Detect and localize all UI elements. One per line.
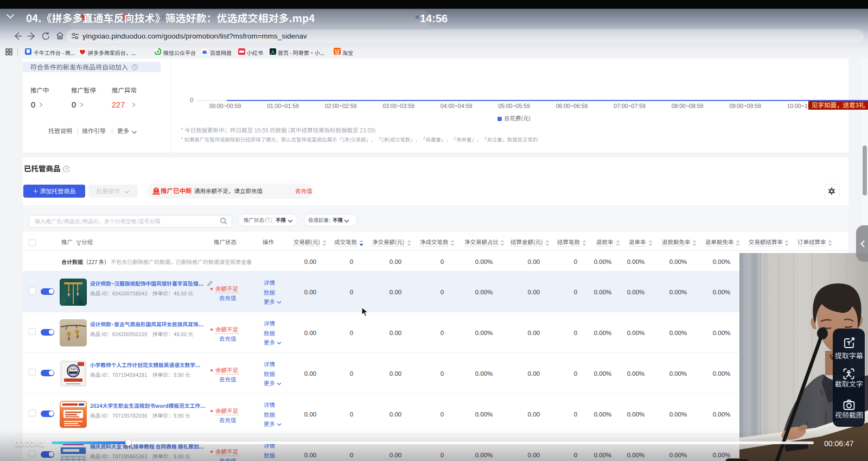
svg-text:340: 340 bbox=[71, 368, 76, 371]
svg-text:?: ? bbox=[267, 218, 270, 223]
svg-text:?: ? bbox=[65, 167, 68, 172]
svg-text:?: ? bbox=[133, 65, 136, 70]
